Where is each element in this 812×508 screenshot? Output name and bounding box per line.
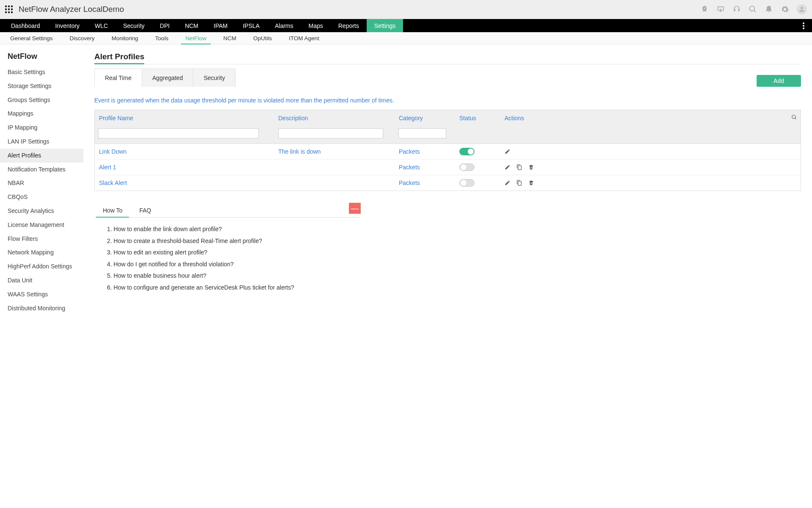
sidebar-item-data-unit[interactable]: Data Unit	[0, 273, 83, 287]
nav-maps[interactable]: Maps	[301, 19, 331, 32]
profile-tab-real-time[interactable]: Real Time	[95, 69, 142, 87]
headset-icon[interactable]	[732, 5, 741, 14]
sidebar-item-mappings[interactable]: Mappings	[0, 107, 83, 121]
cell-category[interactable]: Packets	[399, 179, 459, 186]
sidebar-item-security-analytics[interactable]: Security Analytics	[0, 204, 83, 218]
topbar-left: NetFlow Analyzer LocalDemo	[5, 5, 124, 14]
howto-panel: How ToFAQ — 1. How to enable the link do…	[94, 204, 361, 295]
sidebar-item-lan-ip-settings[interactable]: LAN IP Settings	[0, 135, 83, 149]
filter-profile-name[interactable]	[98, 128, 259, 138]
nav-settings[interactable]: Settings	[367, 19, 403, 32]
nav-ncm[interactable]: NCM	[177, 19, 206, 32]
subnav-discovery[interactable]: Discovery	[61, 32, 103, 44]
edit-icon[interactable]	[505, 164, 510, 170]
nav-inventory[interactable]: Inventory	[48, 19, 88, 32]
topbar: NetFlow Analyzer LocalDemo	[0, 0, 812, 19]
howto-item[interactable]: 4. How do I get notified for a threshold…	[107, 259, 352, 271]
profile-tab-aggregated[interactable]: Aggregated	[142, 69, 193, 87]
delete-icon[interactable]	[528, 164, 534, 170]
cell-category[interactable]: Packets	[399, 148, 459, 155]
subnav-ncm[interactable]: NCM	[215, 32, 245, 44]
cell-category[interactable]: Packets	[399, 164, 459, 171]
status-toggle[interactable]	[459, 163, 475, 171]
nav-ipam[interactable]: IPAM	[206, 19, 235, 32]
svg-rect-8	[11, 11, 13, 13]
page-body: NetFlow Basic SettingsStorage SettingsGr…	[0, 44, 812, 323]
page-title-wrap: Alert Profiles	[94, 52, 801, 64]
subnav-netflow[interactable]: NetFlow	[177, 32, 215, 44]
sidebar-item-network-mapping[interactable]: Network Mapping	[0, 246, 83, 260]
nav-wlc[interactable]: WLC	[87, 19, 115, 32]
sidebar-item-basic-settings[interactable]: Basic Settings	[0, 65, 83, 79]
nav-dpi[interactable]: DPI	[152, 19, 177, 32]
alert-profiles-table: Profile Name Description Category Status…	[94, 110, 801, 191]
subnav-general-settings[interactable]: General Settings	[2, 32, 61, 44]
subnav-oputils[interactable]: OpUtils	[245, 32, 280, 44]
filter-description[interactable]	[278, 128, 383, 138]
status-toggle[interactable]	[459, 179, 475, 187]
user-avatar-icon[interactable]	[797, 4, 807, 14]
apps-grid-icon[interactable]	[5, 6, 13, 13]
profile-tab-security[interactable]: Security	[193, 69, 235, 87]
search-icon[interactable]	[749, 5, 757, 14]
sidebar-item-nbar[interactable]: NBAR	[0, 176, 83, 190]
howto-tab-faq[interactable]: FAQ	[131, 204, 159, 217]
howto-tab-how-to[interactable]: How To	[94, 204, 131, 217]
cell-profile-name[interactable]: Slack Alert	[98, 179, 278, 186]
col-description[interactable]: Description	[278, 115, 399, 121]
subnav-monitoring[interactable]: Monitoring	[103, 32, 147, 44]
sidebar-item-flow-filters[interactable]: Flow Filters	[0, 232, 83, 246]
sidebar-item-notification-templates[interactable]: Notification Templates	[0, 163, 83, 177]
col-profile-name[interactable]: Profile Name	[98, 115, 278, 121]
nav-reports[interactable]: Reports	[331, 19, 367, 32]
rocket-icon[interactable]	[700, 5, 709, 14]
sidebar-item-groups-settings[interactable]: Groups Settings	[0, 93, 83, 107]
nav-ipsla[interactable]: IPSLA	[235, 19, 267, 32]
copy-icon[interactable]	[516, 164, 522, 170]
cell-profile-name[interactable]: Link Down	[98, 148, 278, 155]
nav-dashboard[interactable]: Dashboard	[3, 19, 48, 32]
edit-icon[interactable]	[505, 180, 510, 186]
svg-rect-2	[11, 6, 13, 7]
howto-list: 1. How to enable the link down alert pro…	[94, 218, 361, 295]
content-area: Alert Profiles Real TimeAggregatedSecuri…	[83, 44, 812, 323]
howto-item[interactable]: 5. How to enable business hour alert?	[107, 270, 352, 282]
bell-icon[interactable]	[765, 5, 773, 14]
sidebar-item-storage-settings[interactable]: Storage Settings	[0, 79, 83, 93]
gear-icon[interactable]	[781, 5, 789, 14]
filter-category[interactable]	[398, 128, 446, 138]
collapse-panel-button[interactable]: —	[349, 203, 361, 214]
sidebar-item-waas-settings[interactable]: WAAS Settings	[0, 287, 83, 301]
copy-icon[interactable]	[516, 180, 522, 186]
cell-description[interactable]: The link is down	[278, 148, 399, 155]
cell-actions	[505, 149, 797, 155]
table-search-icon[interactable]	[791, 114, 797, 121]
howto-item[interactable]: 2. How to create a threshold-based Real-…	[107, 235, 352, 247]
col-status[interactable]: Status	[459, 115, 505, 121]
sidebar-item-license-management[interactable]: License Management	[0, 218, 83, 232]
status-toggle[interactable]	[459, 148, 475, 155]
sidebar-item-alert-profiles[interactable]: Alert Profiles	[0, 149, 83, 163]
howto-item[interactable]: 3. How to edit an existing alert profile…	[107, 247, 352, 259]
app-title: NetFlow Analyzer LocalDemo	[19, 5, 124, 14]
edit-icon[interactable]	[505, 149, 510, 155]
cell-profile-name[interactable]: Alert 1	[98, 164, 278, 171]
add-button[interactable]: Add	[757, 75, 801, 87]
sidebar-item-cbqos[interactable]: CBQoS	[0, 190, 83, 204]
cell-status	[459, 179, 505, 187]
sidebar-item-ip-mapping[interactable]: IP Mapping	[0, 121, 83, 135]
svg-rect-5	[11, 8, 13, 10]
col-category[interactable]: Category	[399, 115, 459, 121]
nav-alarms[interactable]: Alarms	[267, 19, 301, 32]
howto-item[interactable]: 6. How to configure and generate an Serv…	[107, 282, 352, 294]
sidebar-item-highperf-addon-settings[interactable]: HighPerf Addon Settings	[0, 260, 83, 273]
howto-item[interactable]: 1. How to enable the link down alert pro…	[107, 224, 352, 235]
nav-security[interactable]: Security	[115, 19, 152, 32]
subnav-itom-agent[interactable]: ITOM Agent	[280, 32, 328, 44]
sidebar-item-distributed-monitoring[interactable]: Distributed Monitoring	[0, 301, 83, 315]
col-actions: Actions	[505, 114, 797, 121]
more-menu-icon[interactable]	[798, 19, 809, 32]
presentation-icon[interactable]	[716, 5, 725, 14]
delete-icon[interactable]	[528, 180, 534, 186]
subnav-tools[interactable]: Tools	[147, 32, 177, 44]
